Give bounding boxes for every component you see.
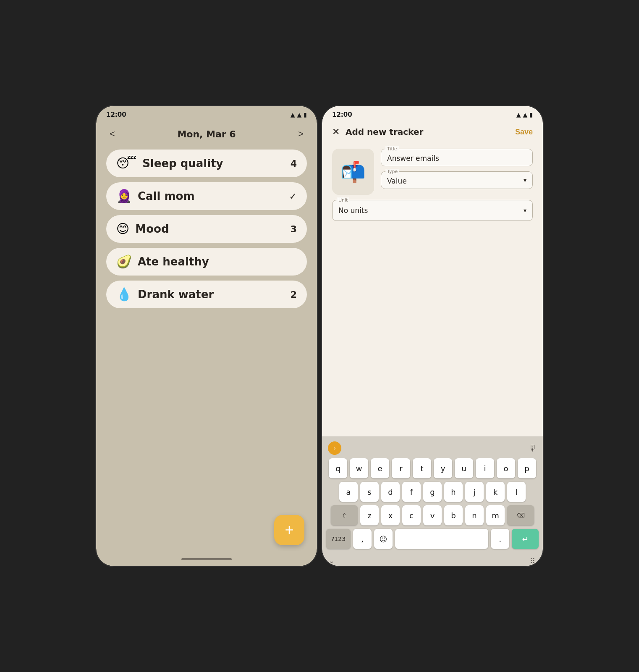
key-s[interactable]: s [360, 482, 379, 502]
microphone-icon[interactable]: 🎙 [529, 443, 537, 453]
keyboard-switcher-icon[interactable]: ⠿ [530, 556, 536, 565]
right-time: 12:00 [332, 111, 352, 118]
key-r[interactable]: r [392, 458, 410, 478]
enter-key[interactable]: ↵ [512, 529, 539, 549]
battery-icon: ▮ [304, 111, 307, 118]
tracker-emoji: 😴 [116, 157, 136, 170]
type-dropdown-arrow: ▾ [524, 177, 526, 184]
key-i[interactable]: i [476, 458, 494, 478]
selected-emoji: 📬 [340, 160, 366, 184]
key-h[interactable]: h [444, 482, 463, 502]
tracker-item[interactable]: 🥑 Ate healthy [106, 248, 307, 276]
key-z[interactable]: z [360, 505, 379, 525]
save-button[interactable]: Save [515, 128, 533, 136]
tracker-list: 😴 Sleep quality 4 🧕 Call mom ✓ 😊 Mo [96, 150, 317, 308]
left-status-bar: 12:00 ▲ ▲ ▮ [96, 106, 317, 122]
title-field[interactable]: Title Answer emails [381, 149, 533, 166]
key-b[interactable]: b [444, 505, 463, 525]
tracker-left: 😴 Sleep quality [116, 157, 223, 170]
tracker-item[interactable]: 🧕 Call mom ✓ [106, 182, 307, 210]
tracker-name: Call mom [138, 190, 195, 202]
keyboard-collapse-icon[interactable]: ⌄ [329, 557, 334, 565]
tracker-form: 📬 Title Answer emails Type Value ▾ [322, 144, 543, 200]
tracker-name: Sleep quality [142, 157, 223, 170]
key-o[interactable]: o [497, 458, 515, 478]
tracker-name: Ate healthy [138, 255, 209, 268]
unit-section: Unit No units ▾ [322, 200, 543, 226]
type-value: Value [387, 175, 407, 185]
tracker-emoji: 😊 [116, 223, 129, 235]
key-v[interactable]: v [423, 505, 442, 525]
key-q[interactable]: q [329, 458, 347, 478]
tracker-check: ✓ [289, 191, 297, 202]
keyboard-bottom-bar: ⌄ ⠿ [322, 554, 543, 566]
key-w[interactable]: w [350, 458, 368, 478]
key-p[interactable]: p [518, 458, 536, 478]
unit-value: No units [338, 206, 368, 215]
comma-key[interactable]: , [353, 529, 372, 549]
title-label: Title [385, 146, 399, 152]
title-value[interactable]: Answer emails [387, 152, 526, 163]
tracker-item[interactable]: 😴 Sleep quality 4 [106, 150, 307, 177]
home-indicator [181, 558, 232, 560]
tracker-item[interactable]: 😊 Mood 3 [106, 215, 307, 243]
next-date-button[interactable]: > [295, 127, 307, 141]
shift-key[interactable]: ⇧ [331, 505, 358, 525]
type-field[interactable]: Type Value ▾ [381, 171, 533, 189]
key-e[interactable]: e [371, 458, 389, 478]
keyboard-toolbar: › 🎙 [325, 440, 540, 458]
header-left: ✕ Add new tracker [332, 127, 423, 137]
tracker-left: 🧕 Call mom [116, 190, 195, 202]
unit-dropdown-arrow: ▾ [524, 207, 526, 214]
left-phone: 12:00 ▲ ▲ ▮ < Mon, Mar 6 > 😴 Sleep qua [95, 105, 318, 567]
form-fields: Title Answer emails Type Value ▾ [381, 149, 533, 195]
type-label: Type [385, 169, 399, 174]
keyboard-chevron[interactable]: › [328, 441, 341, 455]
key-y[interactable]: y [434, 458, 452, 478]
signal-icon: ▲ [523, 111, 528, 118]
key-m[interactable]: m [486, 505, 505, 525]
keyboard-row-4: ?123 , ☺ . ↵ [325, 529, 540, 549]
tracker-name: Mood [135, 223, 169, 235]
tracker-emoji: 🥑 [116, 255, 132, 268]
emoji-picker[interactable]: 📬 [332, 149, 374, 195]
key-x[interactable]: x [381, 505, 400, 525]
key-u[interactable]: u [455, 458, 473, 478]
tracker-left: 💧 Drank water [116, 288, 214, 301]
period-key[interactable]: . [491, 529, 509, 549]
keyboard-row-2: a s d f g h j k l [325, 482, 540, 502]
space-key[interactable] [395, 529, 488, 549]
tracker-left: 🥑 Ate healthy [116, 255, 209, 268]
tracker-value: 2 [291, 289, 297, 300]
key-j[interactable]: j [465, 482, 484, 502]
right-status-bar: 12:00 ▲ ▲ ▮ [322, 106, 543, 122]
numbers-key[interactable]: ?123 [326, 529, 351, 549]
wifi-icon: ▲ [516, 111, 521, 118]
key-k[interactable]: k [486, 482, 505, 502]
key-g[interactable]: g [423, 482, 442, 502]
signal-icon: ▲ [297, 111, 302, 118]
add-tracker-button[interactable]: + [274, 515, 304, 545]
right-status-icons: ▲ ▲ ▮ [516, 111, 533, 118]
prev-date-button[interactable]: < [106, 127, 118, 141]
key-a[interactable]: a [339, 482, 358, 502]
key-d[interactable]: d [381, 482, 400, 502]
tracker-item[interactable]: 💧 Drank water 2 [106, 281, 307, 308]
keyboard-row-1: q w e r t y u i o p [325, 458, 540, 478]
battery-icon: ▮ [529, 111, 533, 118]
key-c[interactable]: c [402, 505, 421, 525]
close-button[interactable]: ✕ [332, 127, 340, 136]
key-f[interactable]: f [402, 482, 421, 502]
unit-select[interactable]: No units ▾ [338, 206, 526, 215]
key-l[interactable]: l [507, 482, 526, 502]
unit-field[interactable]: Unit No units ▾ [332, 200, 533, 221]
emoji-key[interactable]: ☺ [374, 529, 393, 549]
unit-label: Unit [337, 197, 349, 203]
type-select[interactable]: Value ▾ [387, 175, 526, 185]
key-t[interactable]: t [413, 458, 431, 478]
keyboard: › 🎙 q w e r t y u i o p [322, 436, 543, 554]
tracker-left: 😊 Mood [116, 223, 169, 235]
tracker-name: Drank water [138, 288, 214, 301]
key-n[interactable]: n [465, 505, 484, 525]
backspace-key[interactable]: ⌫ [507, 505, 534, 525]
